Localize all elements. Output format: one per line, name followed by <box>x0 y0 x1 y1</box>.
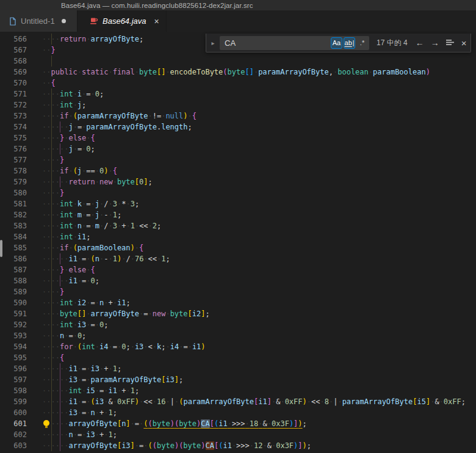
code-line[interactable]: 578····if·(j·==·0)·{ <box>0 165 476 176</box>
tab-base64-java[interactable]: Base64.java × <box>78 10 167 32</box>
code-line[interactable]: 602······n·=·i3·+·1; <box>0 429 476 440</box>
next-match-button[interactable]: → <box>431 38 439 47</box>
code-line[interactable]: 598······int·i5·=·i1·+·1; <box>0 385 476 396</box>
whitespace-dot: · <box>245 419 250 428</box>
code-editor[interactable]: 566····return·arrayOfByte;567··}568569··… <box>0 32 476 453</box>
code-line[interactable]: 603······arrayOfByte[i3]·=·((byte)(byte)… <box>0 440 476 451</box>
code-line[interactable]: 584····int·i1; <box>0 231 476 242</box>
code-token: 0xFF <box>117 397 135 406</box>
code-token: = <box>91 299 95 307</box>
code-line[interactable]: 595····{ <box>0 352 476 363</box>
code-token: i2 <box>192 310 201 318</box>
code-token: 0x3F <box>272 419 289 428</box>
whole-word-toggle[interactable]: ab| <box>344 37 355 49</box>
whitespace-dot: · <box>143 342 148 351</box>
whitespace-dot: · <box>56 255 60 263</box>
lightbulb-icon[interactable] <box>43 420 49 426</box>
regex-toggle[interactable]: .* <box>356 37 368 49</box>
code-line[interactable]: 593····n·=·0; <box>0 330 476 341</box>
code-line[interactable]: 596······i1·=·i3·+·1; <box>0 363 476 374</box>
code-token: ; <box>91 145 95 153</box>
whitespace-dot: · <box>86 364 90 373</box>
code-text: ····for·(int·i4·=·0;·i3·<·k;·i4·=·i1) <box>42 341 206 352</box>
code-line[interactable]: 597······i3·=·paramArrayOfByte[i3]; <box>0 374 476 385</box>
code-line[interactable]: 570··{ <box>0 78 476 89</box>
code-token: 1 <box>113 364 117 373</box>
close-find-widget-icon[interactable]: × <box>461 38 467 48</box>
match-case-toggle[interactable]: Aa <box>331 37 342 49</box>
code-line[interactable]: 587····}·else·{ <box>0 264 476 275</box>
code-line[interactable]: 572····int·j; <box>0 100 476 111</box>
code-line[interactable]: 590····int·i2·=·n·+·i1; <box>0 297 476 308</box>
code-token: << <box>139 222 148 230</box>
code-token: j <box>78 101 82 109</box>
glyph-margin <box>27 111 42 121</box>
code-line[interactable]: 586······i1·=·(n·-·1)·/·76·<<·1; <box>0 253 476 264</box>
whitespace-dot: · <box>95 386 99 395</box>
line-number: 575 <box>0 132 27 143</box>
code-line[interactable]: 589····} <box>0 286 476 297</box>
code-token: byte <box>117 178 135 186</box>
previous-match-button[interactable]: ← <box>416 38 424 47</box>
whitespace-dot: · <box>143 255 148 263</box>
whitespace-dot: · <box>56 353 60 362</box>
bracket-guide <box>60 121 60 132</box>
indent-guide <box>51 264 52 275</box>
code-line[interactable]: 591····byte[]·arrayOfByte·=·new·byte[i2]… <box>0 308 476 319</box>
indent-guide <box>51 220 52 231</box>
code-line[interactable]: 580····} <box>0 187 476 198</box>
code-line[interactable]: 577····} <box>0 154 476 165</box>
code-token: n <box>78 222 82 230</box>
code-token: ] <box>143 178 148 186</box>
code-line[interactable]: 582····int·m·=·j·-·1; <box>0 209 476 220</box>
code-line[interactable]: 601······arrayOfByte[n]·=·((byte)(byte)C… <box>0 418 476 429</box>
bracket-guide <box>60 385 60 396</box>
whitespace-dot: · <box>165 68 170 76</box>
line-number: 590 <box>0 297 27 308</box>
whitespace-dot: · <box>113 397 117 406</box>
code-line[interactable]: 581····int·k·=·j·/·3·*·3; <box>0 198 476 209</box>
code-line[interactable]: 585····if·(paramBoolean)·{ <box>0 242 476 253</box>
glyph-margin <box>27 198 42 209</box>
tab-untitled-1[interactable]: Untitled-1 <box>0 10 78 32</box>
line-number: 568 <box>0 56 27 67</box>
code-line[interactable]: 599······i1·=·(i3·&·0xFF)·<<·16·|·(param… <box>0 396 476 407</box>
code-line[interactable]: 575····}·else·{ <box>0 132 476 143</box>
code-line[interactable]: 600······i3·=·n·+·1; <box>0 407 476 418</box>
tab-label: Base64.java <box>103 16 146 26</box>
code-line[interactable]: 576······j·=·0; <box>0 143 476 154</box>
modified-indicator[interactable] <box>62 19 66 23</box>
code-line[interactable]: 594····for·(int·i4·=·0;·i3·<·k;·i4·=·i1) <box>0 341 476 352</box>
toggle-replace-button[interactable]: ▸ <box>206 34 220 52</box>
find-input[interactable]: CA Aa ab| .* <box>220 36 369 50</box>
whitespace-dot: · <box>56 145 60 153</box>
whitespace-dot: · <box>73 123 78 131</box>
code-text: ····int·n·=·m·/·3·+·1·<<·2; <box>42 220 161 231</box>
close-tab-icon[interactable]: × <box>154 17 159 26</box>
code-line[interactable]: 573····if·(paramArrayOfByte·!=·null)·{ <box>0 111 476 121</box>
code-line[interactable]: 588······i1·=·0; <box>0 275 476 286</box>
code-line[interactable]: 569··public·static·final·byte[]·encodeTo… <box>0 67 476 78</box>
code-line[interactable]: 571····int·i·=·0; <box>0 89 476 100</box>
code-token: [ <box>188 310 192 318</box>
code-line[interactable]: 568 <box>0 56 476 67</box>
code-line[interactable]: 574······j·=·paramArrayOfByte.length; <box>0 121 476 132</box>
code-token: = <box>113 342 117 351</box>
code-token: i5 <box>417 397 425 406</box>
left-edge-scrollbar[interactable] <box>0 240 2 257</box>
code-line[interactable]: 592····int·i3·=·0; <box>0 319 476 330</box>
code-token: = <box>91 321 95 329</box>
whitespace-dot: · <box>267 419 272 428</box>
code-token: { <box>91 266 95 274</box>
whitespace-dot: · <box>78 408 82 417</box>
whitespace-dot: · <box>73 430 78 439</box>
whitespace-dot: · <box>143 441 148 450</box>
code-token: = <box>86 222 90 230</box>
line-number: 571 <box>0 89 27 100</box>
code-text: ····} <box>42 187 64 198</box>
find-in-selection-icon[interactable] <box>446 39 455 46</box>
code-line[interactable]: 579······return·new·byte[0]; <box>0 176 476 187</box>
code-token: << <box>143 397 152 406</box>
code-line[interactable]: 583····int·n·=·m·/·3·+·1·<<·2; <box>0 220 476 231</box>
line-number: 603 <box>0 440 27 451</box>
